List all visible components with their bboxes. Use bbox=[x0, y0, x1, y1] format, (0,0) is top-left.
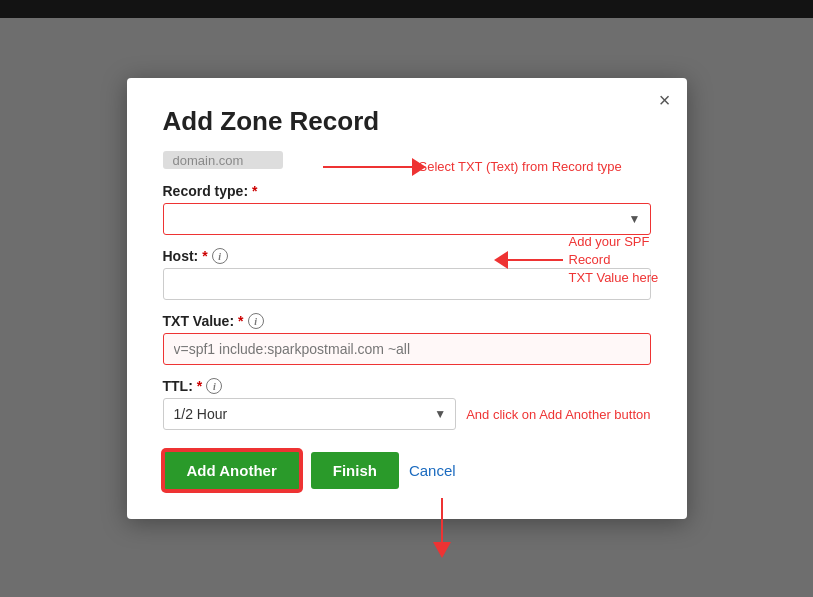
ttl-annotation: And click on Add Another button bbox=[466, 407, 650, 422]
cancel-button[interactable]: Cancel bbox=[409, 462, 456, 479]
txt-value-label: TXT Value: * i bbox=[163, 313, 651, 329]
host-field: Host: * i @ bbox=[163, 248, 651, 300]
add-another-button[interactable]: Add Another bbox=[163, 450, 301, 491]
record-type-field: Record type: * TXT (Text) ▼ bbox=[163, 183, 651, 235]
record-type-annotation: Select TXT (Text) from Record type bbox=[323, 159, 622, 174]
close-button[interactable]: × bbox=[659, 90, 671, 110]
ttl-select-wrapper: 1/2 Hour 1 Hour 2 Hours 5 Hours 12 Hours… bbox=[163, 398, 457, 430]
add-another-annotation bbox=[433, 498, 451, 558]
record-type-input[interactable]: TXT (Text) bbox=[163, 203, 651, 235]
txt-value-info-icon[interactable]: i bbox=[248, 313, 264, 329]
ttl-field: TTL: * i 1/2 Hour 1 Hour 2 Hours 5 Hours… bbox=[163, 378, 651, 430]
ttl-row: 1/2 Hour 1 Hour 2 Hours 5 Hours 12 Hours… bbox=[163, 398, 651, 430]
modal-dialog: × Add Zone Record domain.com Record type… bbox=[127, 78, 687, 519]
modal-title: Add Zone Record bbox=[163, 106, 651, 137]
host-label: Host: * i bbox=[163, 248, 651, 264]
finish-button[interactable]: Finish bbox=[311, 452, 399, 489]
host-input[interactable]: @ bbox=[163, 268, 651, 300]
ttl-select[interactable]: 1/2 Hour 1 Hour 2 Hours 5 Hours 12 Hours… bbox=[163, 398, 457, 430]
required-star-txt: * bbox=[238, 313, 243, 329]
record-type-select-wrapper: TXT (Text) ▼ bbox=[163, 203, 651, 235]
domain-label: domain.com bbox=[163, 151, 283, 169]
host-info-icon[interactable]: i bbox=[212, 248, 228, 264]
ttl-info-icon[interactable]: i bbox=[206, 378, 222, 394]
required-star: * bbox=[252, 183, 257, 199]
required-star-host: * bbox=[202, 248, 207, 264]
record-type-annotation-text: Select TXT (Text) from Record type bbox=[419, 159, 622, 174]
buttons-row: Add Another Finish Cancel bbox=[163, 450, 651, 491]
modal-overlay: × Add Zone Record domain.com Record type… bbox=[0, 0, 813, 597]
txt-value-input[interactable] bbox=[163, 333, 651, 365]
record-type-label: Record type: * bbox=[163, 183, 651, 199]
required-star-ttl: * bbox=[197, 378, 202, 394]
ttl-label: TTL: * i bbox=[163, 378, 651, 394]
txt-value-field: TXT Value: * i bbox=[163, 313, 651, 365]
